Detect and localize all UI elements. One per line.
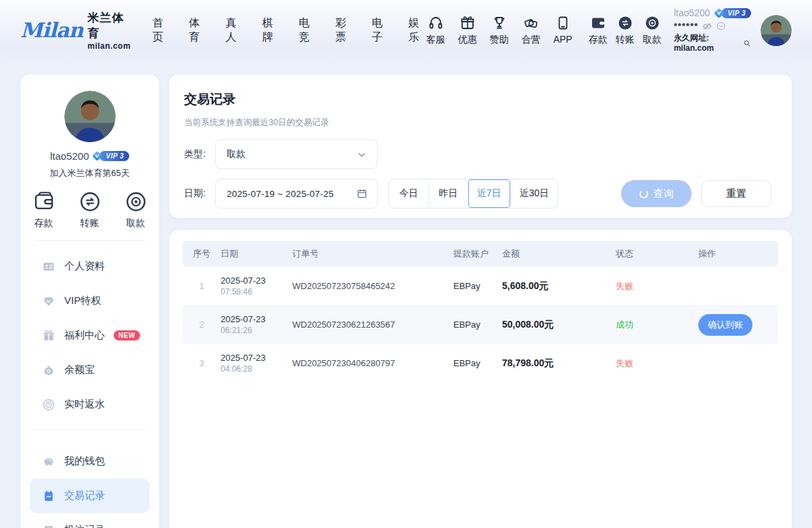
vip-badge[interactable]: VIP 3	[713, 7, 751, 19]
col-date: 日期	[221, 248, 292, 260]
sidebar-username: ltao5200	[50, 150, 89, 162]
transfer-icon	[78, 190, 102, 213]
nav-esports[interactable]: 电竞	[298, 16, 316, 45]
header-money-actions: 存款 转账 取款	[589, 15, 662, 46]
row-account: EBPay	[453, 320, 502, 330]
top-header: Milan 米兰体育 milan.com 首页 体育 真人 棋牌 电竞 彩票 电…	[0, 0, 812, 61]
wallet-icon	[32, 190, 55, 213]
nav-cards[interactable]: 棋牌	[262, 16, 279, 45]
bet-record-icon	[42, 524, 55, 528]
reset-button[interactable]: 重置	[701, 180, 771, 207]
type-filter-row: 类型: 取款	[184, 139, 771, 169]
row-date: 2025-07-23	[221, 352, 292, 364]
nav-live[interactable]: 真人	[225, 16, 243, 45]
vip-diamond-icon	[713, 7, 725, 19]
headset-icon	[428, 15, 444, 31]
col-account: 提款账户	[453, 248, 502, 260]
sidebar-item-wallet[interactable]: 我的钱包	[30, 444, 150, 479]
app-download-button[interactable]: APP	[554, 15, 572, 46]
row-amount: 50,008.00元	[502, 319, 616, 331]
gift-icon	[459, 15, 476, 31]
filter-card: 交易记录 当前系统支持查询最近30日的交易记录 类型: 取款 日期: 2025-…	[169, 74, 792, 218]
row-time: 04:06:28	[221, 364, 292, 374]
refresh-balance-icon[interactable]	[716, 21, 726, 31]
sidebar-withdraw-button[interactable]: 取款	[125, 190, 148, 229]
range-yesterday-button[interactable]: 昨日	[428, 179, 468, 208]
row-amount: 5,608.00元	[502, 280, 616, 292]
main-nav: 首页 体育 真人 棋牌 电竞 彩票 电子 娱乐	[152, 16, 426, 45]
date-range-input[interactable]: 2025-07-19 ~ 2025-07-25	[215, 179, 378, 208]
sidebar-item-bet-records[interactable]: 投注记录	[30, 513, 150, 528]
eye-off-icon[interactable]	[702, 21, 713, 32]
sidebar-item-yuebao[interactable]: 余额宝	[30, 353, 150, 387]
sidebar-transfer-button[interactable]: 转账	[78, 190, 102, 229]
type-select[interactable]: 取款	[215, 139, 378, 169]
transfer-button[interactable]: 转账	[616, 15, 635, 46]
withdraw-icon	[125, 190, 148, 213]
money-bag-icon	[42, 364, 55, 377]
phone-icon	[555, 15, 571, 31]
sidebar-deposit-button[interactable]: 存款	[32, 190, 55, 229]
nav-lottery[interactable]: 彩票	[335, 16, 353, 45]
row-date: 2025-07-23	[221, 313, 292, 326]
date-label: 日期:	[184, 188, 215, 200]
affiliate-button[interactable]: 合营	[522, 15, 541, 46]
sponsor-button[interactable]: 赞助	[490, 15, 509, 46]
brand-logo-script: Milan	[20, 20, 83, 41]
status-badge: 失败	[616, 357, 698, 370]
sidebar-menu-account: 个人资料 VIP特权 福利中心 NEW 余额宝 实时返水	[20, 241, 159, 428]
nav-slots[interactable]: 电子	[372, 16, 390, 45]
nav-entertainment[interactable]: 娱乐	[409, 16, 426, 45]
status-badge: 失败	[616, 280, 698, 292]
sidebar-vip-badge[interactable]: VIP 3	[91, 150, 129, 162]
trophy-icon	[491, 15, 508, 31]
customer-service-button[interactable]: 客服	[426, 15, 445, 46]
sidebar-item-rebate[interactable]: 实时返水	[30, 387, 150, 422]
row-account: EBPay	[453, 281, 502, 291]
main-content: 交易记录 当前系统支持查询最近30日的交易记录 类型: 取款 日期: 2025-…	[169, 74, 792, 528]
col-order: 订单号	[292, 248, 453, 260]
magnifier-icon[interactable]	[743, 39, 751, 48]
sidebar-item-transactions[interactable]: 交易记录	[30, 479, 150, 513]
col-amount: 金额	[502, 248, 616, 260]
calendar-icon	[357, 188, 367, 199]
range-today-button[interactable]: 今日	[389, 179, 428, 208]
table-row: 2 2025-07-23 06:21:26 WD2025072306212635…	[183, 305, 778, 344]
username[interactable]: ltao5200	[674, 7, 710, 20]
chevron-down-icon	[356, 149, 367, 160]
brand-logo[interactable]: Milan 米兰体育 milan.com	[20, 10, 131, 51]
permanent-url: 永久网址: milan.com	[674, 33, 740, 53]
date-filter-row: 日期: 2025-07-19 ~ 2025-07-25 今日 昨日 近7日 近3…	[184, 179, 771, 208]
nav-home[interactable]: 首页	[152, 16, 170, 45]
transfer-icon	[617, 15, 633, 31]
sidebar-quick-actions: 存款 转账 取款	[32, 190, 148, 229]
query-button[interactable]: 查询	[621, 180, 692, 207]
sidebar-item-welfare[interactable]: 福利中心 NEW	[30, 318, 150, 353]
masked-balance: ******	[674, 21, 698, 32]
table-row: 1 2025-07-23 07:58:46 WD2025072307584652…	[183, 267, 778, 305]
range-7days-button[interactable]: 近7日	[468, 179, 510, 208]
gift-icon	[42, 329, 55, 343]
quick-range-group: 今日 昨日 近7日 近30日	[388, 179, 558, 208]
row-order-number: WD202507230406280797	[292, 358, 453, 368]
withdraw-button[interactable]: 取款	[643, 15, 662, 46]
row-order-number: WD202507230758465242	[292, 281, 453, 291]
promotions-button[interactable]: 优惠	[458, 15, 477, 46]
sidebar-avatar[interactable]	[64, 91, 116, 142]
confirm-receipt-button[interactable]: 确认到账	[698, 314, 752, 336]
col-action: 操作	[698, 248, 778, 260]
table-row: 3 2025-07-23 04:06:28 WD2025072304062807…	[183, 344, 778, 382]
page-title: 交易记录	[184, 91, 771, 108]
header-avatar[interactable]	[761, 15, 792, 46]
nav-sports[interactable]: 体育	[189, 16, 206, 45]
sidebar-item-vip[interactable]: VIP特权	[30, 284, 150, 318]
range-30days-button[interactable]: 近30日	[510, 179, 558, 208]
vip-diamond-icon	[91, 150, 103, 162]
header-service-actions: 客服 优惠 赞助 合营 APP	[426, 15, 572, 46]
col-status: 状态	[616, 248, 698, 260]
sidebar-item-profile[interactable]: 个人资料	[30, 249, 150, 284]
deposit-button[interactable]: 存款	[589, 15, 608, 46]
transaction-record-icon	[42, 489, 55, 503]
col-index: 序号	[183, 248, 221, 260]
user-info-block: ltao5200 VIP 3 ****** 永久网址: milan.com	[674, 7, 751, 53]
